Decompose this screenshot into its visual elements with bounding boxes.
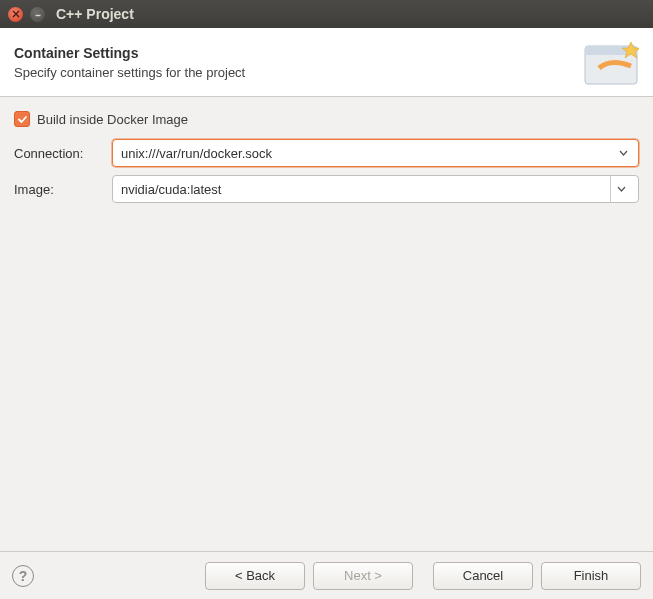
wizard-footer: ? < Back Next > Cancel Finish xyxy=(0,551,653,599)
finish-button[interactable]: Finish xyxy=(541,562,641,590)
connection-combo[interactable]: unix:///var/run/docker.sock xyxy=(112,139,639,167)
form-content: Build inside Docker Image Connection: un… xyxy=(0,97,653,203)
window-title: C++ Project xyxy=(56,6,134,22)
build-docker-label: Build inside Docker Image xyxy=(37,112,188,127)
minimize-icon[interactable] xyxy=(30,7,45,22)
wizard-banner-icon xyxy=(583,38,639,86)
next-button: Next > xyxy=(313,562,413,590)
connection-value: unix:///var/run/docker.sock xyxy=(121,146,272,161)
image-label: Image: xyxy=(14,182,104,197)
page-subtitle: Specify container settings for the proje… xyxy=(14,65,245,80)
close-icon[interactable] xyxy=(8,7,23,22)
build-docker-checkbox[interactable] xyxy=(14,111,30,127)
chevron-down-icon[interactable] xyxy=(610,176,632,202)
cancel-button[interactable]: Cancel xyxy=(433,562,533,590)
chevron-down-icon[interactable] xyxy=(614,150,632,156)
page-title: Container Settings xyxy=(14,45,245,61)
titlebar: C++ Project xyxy=(0,0,653,28)
image-combo[interactable]: nvidia/cuda:latest xyxy=(112,175,639,203)
connection-label: Connection: xyxy=(14,146,104,161)
back-button[interactable]: < Back xyxy=(205,562,305,590)
wizard-header: Container Settings Specify container set… xyxy=(0,28,653,97)
image-value: nvidia/cuda:latest xyxy=(121,182,221,197)
help-icon[interactable]: ? xyxy=(12,565,34,587)
